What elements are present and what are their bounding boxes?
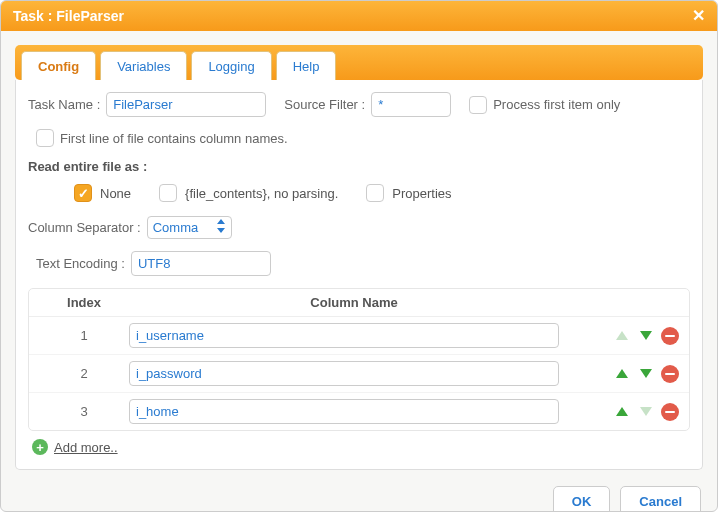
cancel-button[interactable]: Cancel — [620, 486, 701, 512]
table-row: 1 — [29, 317, 689, 354]
ok-button[interactable]: OK — [553, 486, 611, 512]
move-up-icon[interactable] — [613, 403, 631, 421]
close-icon[interactable]: ✕ — [692, 8, 705, 24]
move-down-icon[interactable] — [637, 327, 655, 345]
add-icon[interactable]: + — [32, 439, 48, 455]
row-index: 2 — [39, 366, 129, 381]
row-index: 1 — [39, 328, 129, 343]
tab-help[interactable]: Help — [276, 51, 337, 80]
radio-file-contents[interactable] — [159, 184, 177, 202]
task-name-label: Task Name : — [28, 97, 100, 112]
row-encoding: Text Encoding : — [28, 251, 690, 276]
column-name-input[interactable] — [129, 323, 559, 348]
table-row: 2 — [29, 354, 689, 392]
column-name-input[interactable] — [129, 361, 559, 386]
radio-properties[interactable] — [366, 184, 384, 202]
task-name-input[interactable] — [106, 92, 266, 117]
radio-none-label: None — [100, 186, 131, 201]
config-panel: Task Name : Source Filter : Process firs… — [15, 80, 703, 470]
dialog-body: ConfigVariablesLoggingHelp Task Name : S… — [1, 31, 717, 476]
process-first-label: Process first item only — [493, 97, 620, 112]
radio-none[interactable] — [74, 184, 92, 202]
move-down-icon — [637, 403, 655, 421]
move-up-icon — [613, 327, 631, 345]
tab-variables[interactable]: Variables — [100, 51, 187, 80]
radio-properties-label: Properties — [392, 186, 451, 201]
tab-config[interactable]: Config — [21, 51, 96, 80]
source-filter-input[interactable] — [371, 92, 451, 117]
source-filter-label: Source Filter : — [284, 97, 365, 112]
first-line-label: First line of file contains column names… — [60, 131, 288, 146]
row-taskname: Task Name : Source Filter : Process firs… — [28, 92, 690, 117]
tab-logging[interactable]: Logging — [191, 51, 271, 80]
add-more-link[interactable]: Add more.. — [54, 440, 118, 455]
dialog-footer: OK Cancel — [1, 476, 717, 512]
move-down-icon[interactable] — [637, 365, 655, 383]
table-row: 3 — [29, 392, 689, 430]
tabstrip: ConfigVariablesLoggingHelp — [15, 45, 703, 80]
radio-file-contents-label: {file_contents}, no parsing. — [185, 186, 338, 201]
remove-row-icon[interactable] — [661, 327, 679, 345]
column-name-input[interactable] — [129, 399, 559, 424]
column-separator-select[interactable]: Comma — [147, 216, 232, 239]
row-index: 3 — [39, 404, 129, 419]
table-header: Index Column Name — [29, 289, 689, 317]
remove-row-icon[interactable] — [661, 403, 679, 421]
row-firstline: First line of file contains column names… — [28, 129, 690, 147]
add-more-row: + Add more.. — [28, 431, 690, 455]
move-up-icon[interactable] — [613, 365, 631, 383]
titlebar: Task : FileParser ✕ — [1, 1, 717, 31]
first-line-checkbox[interactable] — [36, 129, 54, 147]
read-as-options: None {file_contents}, no parsing. Proper… — [28, 184, 690, 202]
dialog-title: Task : FileParser — [13, 8, 124, 24]
read-as-label: Read entire file as : — [28, 159, 690, 174]
column-separator-label: Column Separator : — [28, 220, 141, 235]
row-separator: Column Separator : Comma — [28, 216, 690, 239]
process-first-checkbox[interactable] — [469, 96, 487, 114]
header-column-name: Column Name — [129, 295, 579, 310]
header-index: Index — [39, 295, 129, 310]
task-dialog: Task : FileParser ✕ ConfigVariablesLoggi… — [0, 0, 718, 512]
remove-row-icon[interactable] — [661, 365, 679, 383]
columns-table: Index Column Name 123 — [28, 288, 690, 431]
text-encoding-label: Text Encoding : — [36, 256, 125, 271]
text-encoding-input[interactable] — [131, 251, 271, 276]
